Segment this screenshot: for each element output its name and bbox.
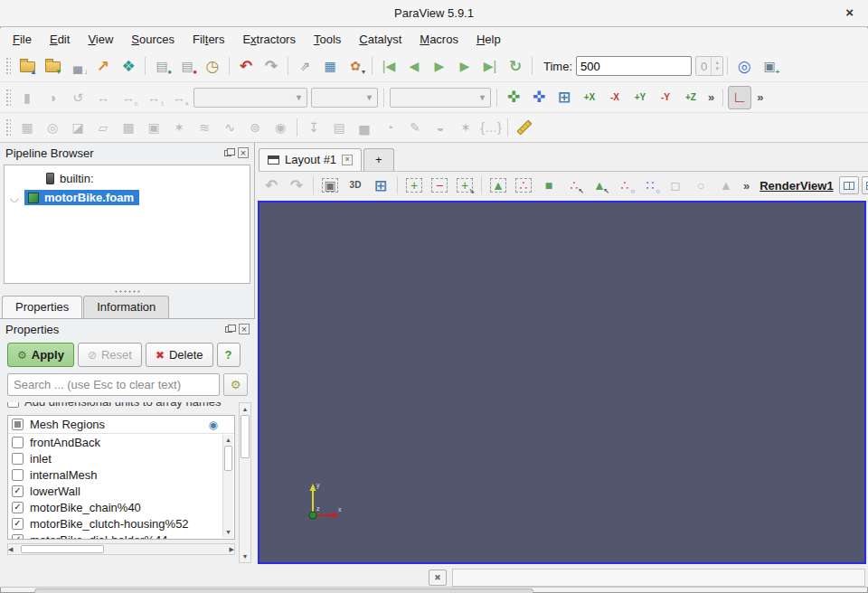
- zoom-to-data-button[interactable]: ◎: [732, 54, 756, 78]
- menu-tools[interactable]: Tools: [305, 30, 350, 49]
- connect-server-button[interactable]: ▤●: [150, 54, 174, 78]
- calculator-filter-button[interactable]: ▦: [15, 116, 39, 139]
- scroll-left-icon[interactable]: ◀: [8, 544, 13, 555]
- disconnect-server-button[interactable]: ▤●: [175, 54, 199, 78]
- visibility-eye-icon[interactable]: ◡: [5, 192, 24, 203]
- dock-close-icon[interactable]: ×: [239, 324, 250, 334]
- select-cube-button[interactable]: ◻: [664, 174, 687, 197]
- select-block-button[interactable]: ■: [537, 174, 561, 197]
- properties-horizontal-scrollbar[interactable]: ◀ ▶: [7, 543, 235, 555]
- search-input[interactable]: [7, 373, 220, 396]
- extract-selection-button[interactable]: ▤: [327, 116, 351, 139]
- scroll-down-icon[interactable]: ▼: [240, 551, 250, 562]
- rescale-temporal-range-button[interactable]: ↔t: [142, 86, 165, 109]
- separate-color-map-button[interactable]: ↺: [66, 86, 90, 109]
- paraview-materials-button[interactable]: ❖: [117, 54, 140, 78]
- scroll-thumb[interactable]: [21, 545, 104, 553]
- abort-progress-button[interactable]: ✖: [429, 569, 447, 586]
- plot-selection-over-time-button[interactable]: ◒: [429, 116, 452, 139]
- hover-cells-button[interactable]: ∷○: [638, 174, 662, 197]
- set-view-plus-x-button[interactable]: +X: [578, 86, 601, 109]
- menu-file[interactable]: File: [4, 30, 41, 49]
- group-datasets-button[interactable]: ⊚: [243, 116, 267, 139]
- select-frustum-button[interactable]: +↘: [453, 174, 476, 197]
- slice-filter-button[interactable]: ▱: [91, 116, 115, 139]
- last-frame-button[interactable]: ▶|: [478, 54, 502, 78]
- redo-button[interactable]: ↷: [259, 54, 283, 78]
- clipped-option-checkbox[interactable]: [7, 402, 19, 408]
- color-legend-toggle[interactable]: ▮: [15, 86, 39, 109]
- mesh-list-vertical-scrollbar[interactable]: ▲ ▼: [222, 435, 233, 538]
- menu-edit[interactable]: Edit: [41, 30, 79, 49]
- plot-over-line-button[interactable]: ✎: [403, 116, 427, 139]
- center-axes-visibility-toggle[interactable]: ∟: [728, 86, 751, 109]
- set-view-plus-z-button[interactable]: +Z: [679, 86, 703, 109]
- scroll-right-icon[interactable]: ▶: [230, 544, 234, 555]
- mesh-region-row[interactable]: ✓motorBike_chain%40: [8, 499, 234, 515]
- rescale-visible-range-button[interactable]: ↔●: [167, 86, 191, 109]
- view-overflow-chevron[interactable]: »: [739, 179, 754, 193]
- capture-screenshot-button[interactable]: ▣: [318, 174, 342, 197]
- select-points-polygon-button[interactable]: ∴: [512, 174, 535, 197]
- scroll-up-icon[interactable]: ▲: [223, 435, 233, 446]
- menu-view[interactable]: View: [79, 30, 122, 49]
- help-button[interactable]: ?: [217, 343, 241, 367]
- reset-session-button[interactable]: ◷: [201, 54, 224, 78]
- extract-block-button[interactable]: ◉: [269, 116, 292, 139]
- component-combo[interactable]: ▼: [311, 88, 378, 108]
- representation-combo[interactable]: ▼: [390, 88, 491, 108]
- select-points-rect-button[interactable]: −: [428, 174, 451, 197]
- undo-button[interactable]: ↶: [234, 54, 258, 78]
- search-options-gear-icon[interactable]: ⚙: [223, 373, 248, 396]
- next-frame-button[interactable]: ▶: [453, 54, 476, 78]
- tab-properties[interactable]: Properties: [2, 296, 82, 318]
- first-frame-button[interactable]: |◀: [377, 54, 401, 78]
- camera-undo-button[interactable]: ↶: [259, 174, 283, 197]
- save-data-button[interactable]: ▼: [41, 54, 64, 78]
- mesh-region-checkbox[interactable]: ✓: [12, 485, 24, 497]
- mesh-region-checkbox[interactable]: [12, 453, 24, 465]
- menu-macros[interactable]: Macros: [410, 30, 467, 49]
- tab-information[interactable]: Information: [83, 296, 169, 318]
- menu-help[interactable]: Help: [467, 30, 510, 49]
- mesh-region-row[interactable]: inlet: [8, 450, 234, 466]
- loop-button[interactable]: ↻: [504, 54, 527, 78]
- change-input-button[interactable]: ⇗: [293, 54, 316, 78]
- render-view-title[interactable]: RenderView1: [760, 179, 833, 193]
- mesh-region-row[interactable]: ✓motorBike_dial-holder%44: [8, 532, 234, 540]
- time-step-spin[interactable]: 0▲▼: [695, 56, 723, 76]
- tab-layout-1[interactable]: Layout #1 ×: [259, 148, 362, 171]
- extract-subset-button[interactable]: ▣: [142, 116, 165, 139]
- toggle-interaction-mode-button[interactable]: 3D: [344, 174, 367, 197]
- color-by-combo[interactable]: ▼: [193, 88, 307, 108]
- probe-location-button[interactable]: ↧: [302, 116, 326, 139]
- clip-filter-button[interactable]: ◪: [66, 116, 90, 139]
- mesh-regions-header[interactable]: Mesh Regions ◉: [8, 416, 234, 434]
- histogram-button[interactable]: ▅: [353, 116, 376, 139]
- contour-filter-button[interactable]: ◎: [41, 116, 64, 139]
- zoom-to-box-button[interactable]: ⊞: [552, 86, 576, 109]
- auto-apply-button[interactable]: ▦: [318, 54, 342, 78]
- layout-tab-close-icon[interactable]: ×: [342, 155, 353, 165]
- reset-camera-button[interactable]: ✜: [502, 86, 525, 109]
- mesh-regions-tristate-checkbox[interactable]: [12, 419, 24, 430]
- mesh-region-row[interactable]: ✓lowerWall: [8, 483, 234, 499]
- axes-overflow-chevron[interactable]: »: [752, 90, 768, 104]
- hover-magnifier-button[interactable]: ○: [689, 174, 712, 197]
- menu-catalyst[interactable]: Catalyst: [350, 30, 410, 49]
- interactive-select-cells-button[interactable]: ▲↖: [588, 174, 611, 197]
- camera-redo-button[interactable]: ↷: [285, 174, 308, 197]
- dock-float-icon[interactable]: [224, 150, 231, 156]
- plot-over-time-button[interactable]: ◔: [378, 116, 401, 139]
- toolbar-grip[interactable]: [5, 118, 11, 136]
- dock-close-icon[interactable]: ×: [238, 147, 249, 158]
- rescale-data-range-button[interactable]: ↔: [91, 86, 115, 109]
- previous-frame-button[interactable]: ◀: [402, 54, 426, 78]
- mesh-region-row[interactable]: internalMesh: [8, 466, 234, 483]
- mesh-region-checkbox[interactable]: ✓: [12, 502, 24, 513]
- window-close-button[interactable]: ×: [845, 5, 854, 19]
- time-input[interactable]: [576, 56, 692, 76]
- render-viewport[interactable]: y x z: [258, 201, 866, 564]
- mesh-region-row[interactable]: ✓motorBike_clutch-housing%52: [8, 515, 234, 532]
- menu-sources[interactable]: Sources: [122, 30, 184, 49]
